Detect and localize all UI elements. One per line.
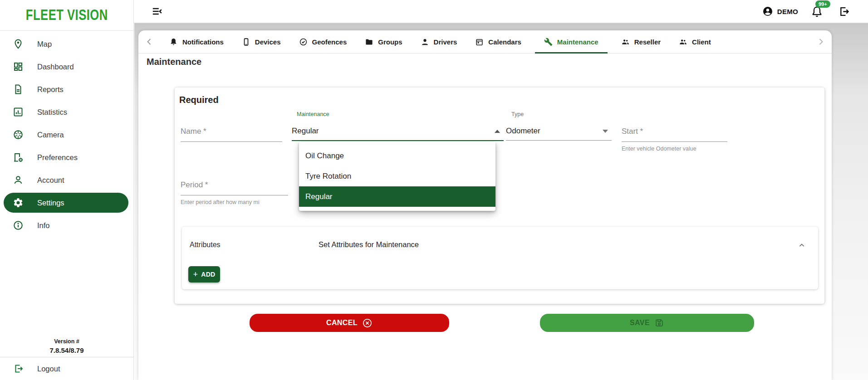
chevron-up-icon[interactable] (797, 241, 806, 250)
tab-devices[interactable]: Devices (233, 30, 290, 53)
tab-label: Groups (378, 38, 402, 46)
sidebar-item-preferences[interactable]: Preferences (0, 146, 133, 169)
sidebar-item-reports[interactable]: Reports (0, 78, 133, 101)
sidebar-item-label: Account (37, 176, 64, 185)
maintenance-select[interactable]: Regular (292, 127, 504, 141)
sidebar-item-account[interactable]: Account (0, 169, 133, 191)
sidebar-item-label: Info (37, 221, 50, 230)
tab-label: Drivers (434, 38, 457, 46)
topbar-actions: DEMO 99+ (762, 5, 868, 18)
cancel-button[interactable]: CANCEL (250, 314, 449, 332)
type-select-value: Odometer (506, 127, 540, 136)
bell-icon (169, 38, 178, 46)
required-form-card: Required Maintenance Regular Type Odomet… (175, 88, 824, 304)
dropdown-option-oil-change[interactable]: Oil Change (299, 146, 495, 166)
statistics-chart-icon (13, 107, 24, 117)
chevron-down-icon (603, 130, 608, 133)
gear-icon (13, 197, 24, 208)
sidebar-item-camera[interactable]: Camera (0, 123, 133, 146)
sidebar-item-label: Camera (37, 131, 64, 139)
topbar: DEMO 99+ (134, 0, 868, 23)
required-section-title: Required (179, 95, 219, 105)
version-label: Version # (0, 338, 133, 345)
preferences-icon (13, 152, 24, 163)
maintenance-select-label: Maintenance (297, 111, 504, 117)
tab-bar: Notifications Devices Geofences Groups (138, 30, 832, 54)
circle-check-icon (299, 38, 308, 46)
tab-client[interactable]: Client (670, 30, 720, 53)
tab-calendars[interactable]: Calendars (466, 30, 530, 53)
tab-drivers[interactable]: Drivers (412, 30, 466, 53)
name-input[interactable] (181, 127, 282, 142)
sidebar-item-label: Map (37, 40, 52, 49)
add-button-label: ADD (201, 271, 215, 278)
tabs-scroll-right-icon[interactable] (815, 36, 826, 47)
attributes-panel[interactable]: Attributes Set Attributes for Maintenanc… (182, 227, 818, 289)
cancel-circle-x-icon (362, 318, 373, 328)
tab-label: Maintenance (557, 38, 598, 46)
sidebar-item-label: Settings (37, 199, 64, 207)
tab-groups[interactable]: Groups (356, 30, 411, 53)
brand-logo: FLEET VISION (0, 0, 133, 31)
tab-notifications[interactable]: Notifications (160, 30, 233, 53)
attributes-title: Attributes (190, 241, 221, 249)
user-menu[interactable]: DEMO (762, 6, 798, 17)
type-select-label: Type (511, 111, 612, 117)
page-title: Maintenance (147, 57, 201, 67)
report-document-icon (13, 84, 24, 95)
sidebar-menu: Map Dashboard Reports Statistics (0, 33, 133, 237)
sidebar: FLEET VISION Map Dashboard Reports (0, 0, 134, 380)
notifications-button[interactable]: 99+ (811, 5, 823, 18)
tab-label: Client (692, 38, 711, 46)
plus-icon: + (193, 270, 198, 278)
tab-label: Geofences (312, 38, 347, 46)
logout-icon[interactable] (838, 5, 850, 18)
save-button-label: SAVE (630, 319, 650, 327)
save-button[interactable]: SAVE (540, 314, 754, 332)
dropdown-option-tyre-rotation[interactable]: Tyre Rotation (299, 166, 495, 186)
add-attribute-button[interactable]: + ADD (188, 266, 220, 283)
chevron-up-icon (495, 130, 500, 133)
type-select[interactable]: Odometer (506, 127, 612, 141)
sidebar-item-label: Dashboard (37, 63, 74, 71)
sidebar-logout[interactable]: Logout (0, 357, 133, 380)
app-window: FLEET VISION Map Dashboard Reports (0, 0, 868, 380)
folder-icon (365, 38, 373, 46)
attributes-description: Set Attributes for Maintenance (319, 240, 419, 249)
dropdown-option-regular[interactable]: Regular (299, 186, 495, 207)
sidebar-item-label: Reports (37, 85, 64, 94)
sidebar-item-map[interactable]: Map (0, 33, 133, 55)
logout-label: Logout (37, 365, 60, 373)
tab-label: Reseller (634, 38, 661, 46)
sidebar-item-dashboard[interactable]: Dashboard (0, 55, 133, 78)
tab-label: Notifications (182, 38, 224, 46)
version-value: 7.8.54/8.79 (0, 346, 133, 354)
sidebar-item-settings[interactable]: Settings (4, 193, 128, 213)
sidebar-item-label: Statistics (37, 108, 67, 117)
notification-count-badge: 99+ (815, 0, 830, 8)
version-block: Version # 7.8.54/8.79 (0, 338, 133, 354)
tab-maintenance[interactable]: Maintenance (530, 30, 612, 53)
info-icon (13, 220, 24, 231)
calendar-icon (475, 38, 484, 46)
period-input[interactable] (181, 180, 288, 195)
dashboard-grid-icon (13, 61, 24, 72)
exit-icon (13, 363, 24, 374)
sidebar-item-statistics[interactable]: Statistics (0, 101, 133, 123)
tab-geofences[interactable]: Geofences (290, 30, 356, 53)
map-pin-icon (13, 39, 24, 49)
maintenance-dropdown-menu: Oil Change Tyre Rotation Regular (299, 142, 495, 211)
user-name: DEMO (777, 8, 798, 15)
wrench-icon (544, 38, 553, 46)
menu-collapse-icon[interactable] (151, 5, 163, 17)
sidebar-item-info[interactable]: Info (0, 214, 133, 237)
tabs-scroll-left-icon[interactable] (144, 36, 155, 47)
account-circle-icon (762, 6, 773, 17)
start-input[interactable] (622, 127, 727, 142)
tab-label: Devices (255, 38, 281, 46)
content-card: Notifications Devices Geofences Groups (138, 30, 832, 380)
person-icon (13, 175, 24, 185)
tab-reseller[interactable]: Reseller (612, 30, 670, 53)
camera-aperture-icon (13, 129, 24, 140)
brand-logo-text: FLEET VISION (25, 7, 108, 24)
